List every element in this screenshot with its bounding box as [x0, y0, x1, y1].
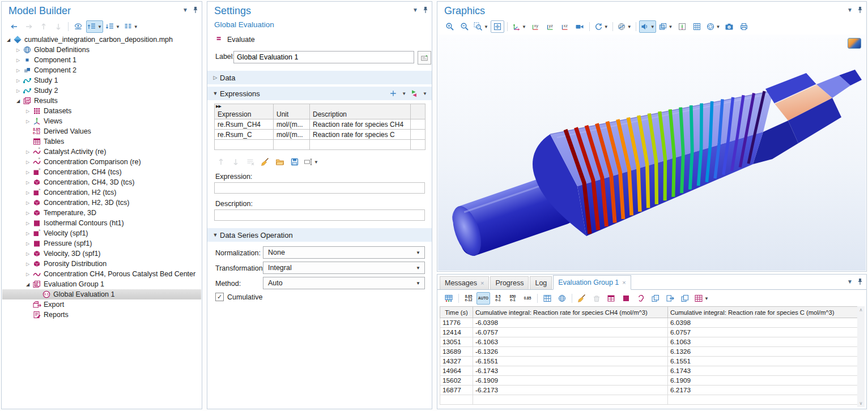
dropdown-arrow-icon[interactable]: ▼ [604, 24, 609, 29]
add-table-button[interactable] [605, 292, 618, 305]
expander-icon[interactable]: ▷ [24, 109, 32, 114]
expression-cell-unit[interactable]: mol/(m... [274, 119, 310, 130]
expander-icon[interactable]: ▷ [24, 241, 32, 246]
table-row[interactable]: 13689-6.13266.1326 [440, 347, 858, 357]
dropdown-arrow-icon[interactable]: ▼ [314, 160, 318, 165]
table-row[interactable]: 15602-6.19096.1909 [440, 376, 858, 386]
expander-icon[interactable]: ▷ [14, 88, 22, 93]
c-cell[interactable]: 6.1743 [668, 366, 858, 376]
tree-item[interactable]: ▷Pressure (spf1) [2, 238, 201, 249]
clear-table-button[interactable] [575, 292, 589, 305]
cumulative-checkbox[interactable]: ✓ Cumulative [215, 293, 263, 301]
go-to-xz-view-button[interactable]: xz [558, 20, 572, 33]
table-row[interactable]: 16877-6.21736.2173 [440, 386, 858, 395]
show-button[interactable] [71, 20, 85, 33]
tree-item[interactable]: ▷Component 2 [2, 65, 201, 75]
c-cell[interactable]: 6.1063 [668, 337, 858, 347]
expressions-col-unit[interactable]: Unit [274, 104, 310, 119]
tree-item[interactable]: ▷Porosity Distribution [2, 259, 201, 269]
time-cell[interactable]: 13051 [440, 337, 473, 347]
zoom-box-button[interactable]: ▼ [473, 20, 490, 33]
panel-menu-chevron-icon[interactable]: ▼ [182, 7, 188, 13]
expander-icon[interactable]: ▷ [24, 211, 32, 216]
tree-item[interactable]: ▷Global Definitions [2, 45, 201, 55]
scientific-notation-button[interactable]: 8.5 e-1 [491, 292, 505, 305]
tree-item[interactable]: ▷Study 2 [2, 85, 201, 96]
chevron-down-icon[interactable]: ▼ [402, 91, 406, 96]
pin-icon[interactable] [193, 6, 198, 14]
tab-close-icon[interactable]: × [480, 280, 484, 286]
description-input[interactable] [214, 209, 425, 221]
ch4-cell[interactable]: -6.0398 [473, 318, 668, 328]
c-cell[interactable]: 6.0757 [668, 328, 858, 337]
ch4-cell[interactable]: -6.2173 [473, 386, 668, 395]
expander-icon[interactable]: ◢ [5, 37, 12, 42]
dropdown-arrow-icon[interactable]: ▼ [716, 24, 721, 29]
expression-row[interactable]: re.Rsum_CH4mol/(m...Reaction rate for sp… [215, 119, 426, 130]
zoom-in-button[interactable] [443, 20, 457, 33]
tree-item[interactable]: ▷Datasets [2, 106, 201, 116]
tree-item[interactable]: 8.85 e-12Derived Values [2, 126, 201, 136]
expression-cell-unit[interactable]: mol/(m... [274, 130, 310, 140]
tree-item[interactable]: ▷Concentration, H2, 3D (tcs) [2, 198, 201, 208]
transformation-select[interactable]: Integral ▼ [263, 262, 425, 274]
expander-icon[interactable]: ▷ [24, 170, 32, 175]
tree-item[interactable]: Reports [2, 310, 201, 320]
tree-item[interactable]: ▷Concentration, CH4, 3D (tcs) [2, 177, 201, 187]
tree-item[interactable]: Tables [2, 136, 201, 147]
tree-item[interactable]: ▷*Catalyst Activity (re) [2, 147, 201, 157]
label-input[interactable] [233, 51, 414, 63]
scene-button[interactable]: ▼ [616, 20, 633, 33]
expression-input[interactable] [214, 182, 425, 194]
expander-icon[interactable]: ▷ [24, 272, 32, 277]
tree-item[interactable]: ▷*Concentration, CH4 (tcs) [2, 167, 201, 177]
time-cell[interactable]: 14964 [440, 366, 473, 376]
graphics-canvas[interactable] [438, 35, 866, 271]
clear-table-button[interactable] [258, 156, 272, 168]
load-from-file-button[interactable] [273, 156, 287, 168]
tree-item[interactable]: 8.5Global Evaluation 1 [2, 289, 201, 299]
back-button[interactable] [7, 20, 21, 33]
table-format-button[interactable] [442, 292, 456, 305]
plot-settings-button[interactable] [675, 20, 689, 33]
expression-row[interactable]: re.Rsum_Cmol/(m...Reaction rate for spec… [215, 130, 426, 140]
tree-item[interactable]: ▷Component 1 [2, 55, 201, 65]
expander-icon[interactable]: ▷ [24, 262, 32, 267]
expander-icon[interactable]: ▷ [14, 58, 22, 63]
dropdown-arrow-icon[interactable]: ▼ [704, 296, 709, 301]
tree-item[interactable]: ▷*Concentration Comparison (re) [2, 157, 201, 167]
expander-icon[interactable]: ▷ [24, 160, 32, 165]
expressions-col-expression[interactable]: ▶▶Expression [215, 104, 274, 119]
auto-label-button[interactable]: ▼ [303, 156, 320, 168]
play-sound-button[interactable] [634, 292, 648, 305]
expander-icon[interactable]: ▷ [24, 119, 32, 124]
expander-icon[interactable]: ◢ [14, 99, 22, 104]
duplicate-table-button[interactable] [678, 292, 692, 305]
section-data-series-operation[interactable]: ▼ Data Series Operation [207, 228, 432, 242]
expander-icon[interactable]: ▷ [24, 200, 32, 206]
expander-icon[interactable]: ▷ [24, 180, 32, 185]
expression-cell-unit[interactable] [274, 140, 310, 150]
c-cell[interactable]: 6.1909 [668, 376, 858, 386]
c-cell[interactable]: 6.1551 [668, 357, 858, 366]
ch4-cell[interactable]: -6.1551 [473, 357, 668, 366]
dropdown-arrow-icon[interactable]: ▼ [627, 24, 632, 29]
replace-expression-button[interactable] [407, 87, 421, 100]
plot-thumbnail-icon[interactable] [848, 38, 861, 49]
time-cell[interactable]: 16877 [440, 386, 473, 395]
full-table-button[interactable] [555, 292, 569, 305]
normalization-select[interactable]: None ▼ [263, 246, 425, 259]
col-c[interactable]: Cumulative integral: Reaction rate for s… [668, 307, 858, 318]
rotate-button[interactable]: ▼ [593, 20, 610, 33]
tree-item[interactable]: ▷*Concentration, H2 (tcs) [2, 187, 201, 198]
tree-item[interactable]: ◢cumulative_integration_carbon_depositio… [2, 35, 201, 45]
export-table-button[interactable] [663, 292, 677, 305]
table-surface-button[interactable] [619, 292, 633, 305]
expression-cell-description[interactable]: Reaction rate for species C [310, 130, 411, 140]
table-scrollbar[interactable]: ∧ ∨ [857, 306, 865, 407]
col-time[interactable]: Time (s) [440, 307, 473, 318]
copy-table-button[interactable] [649, 292, 662, 305]
expander-icon[interactable]: ▷ [24, 251, 32, 256]
dropdown-arrow-icon[interactable]: ▼ [484, 24, 488, 29]
node-text-button[interactable]: ▼ [122, 20, 139, 33]
